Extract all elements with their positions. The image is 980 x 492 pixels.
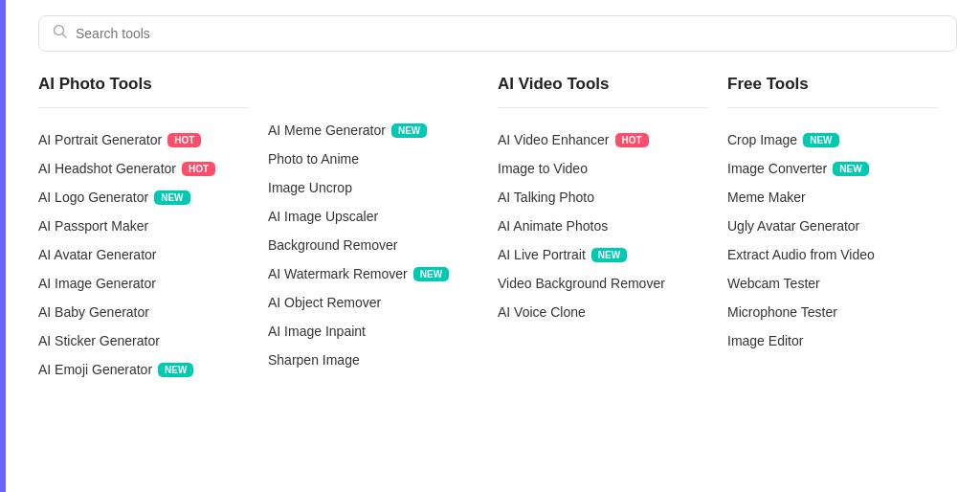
- tool-item[interactable]: Sharpen Image: [268, 346, 479, 374]
- tool-badge: NEW: [391, 123, 427, 138]
- tool-label: Video Background Remover: [498, 276, 665, 291]
- tool-label: AI Voice Clone: [498, 304, 586, 320]
- tool-label: AI Video Enhancer: [498, 132, 610, 147]
- search-input[interactable]: [76, 26, 943, 41]
- tool-label: AI Meme Generator: [268, 123, 386, 138]
- tool-item[interactable]: AI Logo GeneratorNEW: [38, 183, 249, 212]
- columns-container: AI Photo ToolsAI Portrait GeneratorHOTAI…: [38, 75, 957, 384]
- tool-item[interactable]: AI Meme GeneratorNEW: [268, 116, 479, 145]
- tool-badge: NEW: [154, 190, 189, 205]
- tool-item[interactable]: AI Video EnhancerHOT: [498, 125, 708, 154]
- tool-label: Background Remover: [268, 237, 397, 253]
- main-container: AI Photo ToolsAI Portrait GeneratorHOTAI…: [19, 0, 980, 399]
- tool-label: AI Image Inpaint: [268, 324, 366, 339]
- search-bar[interactable]: [38, 15, 957, 52]
- tool-item[interactable]: AI Baby Generator: [38, 298, 249, 326]
- svg-line-1: [63, 34, 67, 38]
- tool-label: Sharpen Image: [268, 352, 360, 368]
- tool-item[interactable]: Image Uncrop: [268, 173, 479, 202]
- tool-item[interactable]: AI Live PortraitNEW: [498, 240, 708, 269]
- tool-label: AI Sticker Generator: [38, 333, 160, 348]
- tool-label: Image to Video: [498, 161, 588, 176]
- tool-label: AI Avatar Generator: [38, 247, 156, 262]
- tool-label: AI Headshot Generator: [38, 161, 176, 176]
- tool-item[interactable]: AI Image Inpaint: [268, 317, 479, 346]
- tool-item[interactable]: Image Editor: [727, 326, 938, 355]
- tool-badge: HOT: [182, 162, 215, 176]
- tool-badge: NEW: [591, 248, 627, 262]
- tool-label: Meme Maker: [727, 190, 806, 205]
- tool-badge: NEW: [833, 162, 868, 176]
- tool-label: AI Animate Photos: [498, 218, 608, 234]
- tool-badge: NEW: [413, 267, 449, 281]
- tool-label: AI Image Upscaler: [268, 209, 378, 224]
- tool-label: AI Object Remover: [268, 295, 381, 310]
- tool-badge: HOT: [167, 133, 201, 147]
- tool-label: Photo to Anime: [268, 151, 359, 167]
- tool-item[interactable]: Microphone Tester: [727, 298, 938, 326]
- tool-item[interactable]: Photo to Anime: [268, 145, 479, 173]
- tool-label: Webcam Tester: [727, 276, 820, 291]
- tool-item[interactable]: Image ConverterNEW: [727, 154, 938, 183]
- tool-item[interactable]: Video Background Remover: [498, 269, 708, 298]
- tool-item[interactable]: AI Object Remover: [268, 288, 479, 317]
- column-free-tools: Free ToolsCrop ImageNEWImage ConverterNE…: [727, 75, 957, 384]
- tool-item[interactable]: AI Animate Photos: [498, 212, 708, 240]
- tool-item[interactable]: AI Watermark RemoverNEW: [268, 259, 479, 288]
- tool-label: AI Watermark Remover: [268, 266, 408, 281]
- tool-label: AI Passport Maker: [38, 218, 148, 234]
- tool-label: AI Live Portrait: [498, 247, 586, 262]
- tool-item[interactable]: Image to Video: [498, 154, 708, 183]
- tool-label: Extract Audio from Video: [727, 247, 875, 262]
- tool-item[interactable]: AI Voice Clone: [498, 298, 708, 326]
- tool-label: AI Talking Photo: [498, 190, 594, 205]
- tool-badge: NEW: [158, 363, 193, 377]
- column-ai-photo-tools-2: AI Meme GeneratorNEWPhoto to AnimeImage …: [268, 75, 498, 384]
- sidebar-indicator: [0, 0, 6, 492]
- column-ai-photo-tools: AI Photo ToolsAI Portrait GeneratorHOTAI…: [38, 75, 268, 384]
- tool-label: Microphone Tester: [727, 304, 837, 320]
- tool-label: Image Converter: [727, 161, 827, 176]
- tool-item[interactable]: AI Image Generator: [38, 269, 249, 298]
- tool-item[interactable]: Webcam Tester: [727, 269, 938, 298]
- tool-item[interactable]: Background Remover: [268, 231, 479, 259]
- tool-item[interactable]: AI Image Upscaler: [268, 202, 479, 231]
- column-title-free-tools: Free Tools: [727, 75, 938, 108]
- tool-label: AI Logo Generator: [38, 190, 148, 205]
- tool-label: AI Baby Generator: [38, 304, 149, 320]
- tool-label: Ugly Avatar Generator: [727, 218, 859, 234]
- tool-item[interactable]: AI Talking Photo: [498, 183, 708, 212]
- search-icon: [53, 24, 68, 43]
- tool-badge: NEW: [803, 133, 838, 147]
- tool-item[interactable]: AI Avatar Generator: [38, 240, 249, 269]
- tool-item[interactable]: AI Emoji GeneratorNEW: [38, 355, 249, 384]
- column-ai-video-tools: AI Video ToolsAI Video EnhancerHOTImage …: [498, 75, 727, 384]
- tool-label: Crop Image: [727, 132, 797, 147]
- tool-item[interactable]: Crop ImageNEW: [727, 125, 938, 154]
- tool-label: Image Editor: [727, 333, 803, 348]
- tool-item[interactable]: AI Portrait GeneratorHOT: [38, 125, 249, 154]
- tool-item[interactable]: AI Sticker Generator: [38, 326, 249, 355]
- tool-item[interactable]: Ugly Avatar Generator: [727, 212, 938, 240]
- tool-item[interactable]: AI Passport Maker: [38, 212, 249, 240]
- column-title-ai-video-tools: AI Video Tools: [498, 75, 708, 108]
- tool-item[interactable]: Meme Maker: [727, 183, 938, 212]
- tool-label: AI Emoji Generator: [38, 362, 152, 377]
- tool-item[interactable]: Extract Audio from Video: [727, 240, 938, 269]
- tool-badge: HOT: [615, 133, 649, 147]
- tool-label: Image Uncrop: [268, 180, 352, 195]
- tool-label: AI Portrait Generator: [38, 132, 162, 147]
- column-title-spacer: [268, 75, 479, 116]
- column-title-ai-photo-tools: AI Photo Tools: [38, 75, 249, 108]
- tool-item[interactable]: AI Headshot GeneratorHOT: [38, 154, 249, 183]
- tool-label: AI Image Generator: [38, 276, 156, 291]
